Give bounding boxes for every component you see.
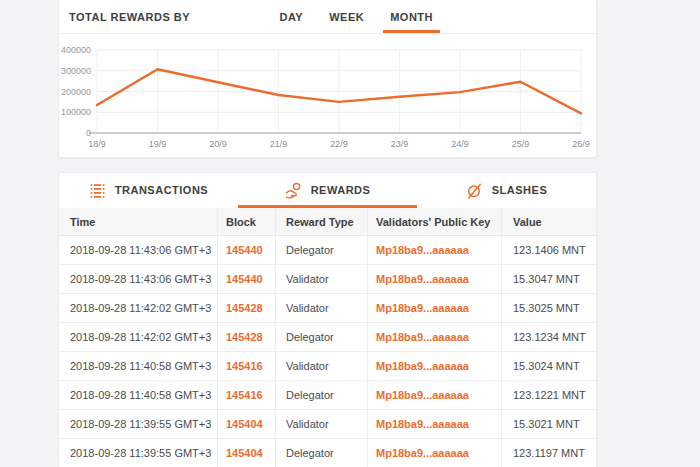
column-header-reward-type: Reward Type xyxy=(276,208,368,235)
chart-card-header: TOTAL REWARDS BY DAY WEEK MONTH xyxy=(59,0,596,34)
table-row: 2018-09-28 11:39:55 GMT+3 145404 Delegat… xyxy=(59,439,596,467)
table-header-row: Time Block Reward Type Validators' Publi… xyxy=(59,208,596,236)
cell-value: 15.3047 MNT xyxy=(502,265,596,293)
cell-reward-type: Validator xyxy=(276,410,368,438)
tab-rewards[interactable]: REWARDS xyxy=(238,173,417,208)
cell-reward-type: Delegator xyxy=(276,236,368,264)
svg-text:18/9: 18/9 xyxy=(88,139,106,149)
rewards-line-chart: 010000020000030000040000018/919/920/921/… xyxy=(59,34,596,158)
svg-text:0: 0 xyxy=(86,128,91,138)
cell-public-key-link[interactable]: Mp18ba9...aaaaaa xyxy=(376,244,469,256)
tab-label: SLASHES xyxy=(492,184,547,196)
cell-block-link[interactable]: 145440 xyxy=(226,244,263,256)
table-row: 2018-09-28 11:43:06 GMT+3 145440 Validat… xyxy=(59,265,596,294)
table-row: 2018-09-28 11:39:55 GMT+3 145404 Validat… xyxy=(59,410,596,439)
cell-block-link[interactable]: 145428 xyxy=(226,331,263,343)
svg-text:24/9: 24/9 xyxy=(451,139,469,149)
cell-public-key-link[interactable]: Mp18ba9...aaaaaa xyxy=(376,447,469,459)
cell-public-key-link[interactable]: Mp18ba9...aaaaaa xyxy=(376,331,469,343)
cell-reward-type: Delegator xyxy=(276,381,368,409)
cell-public-key-link[interactable]: Mp18ba9...aaaaaa xyxy=(376,418,469,430)
cell-time: 2018-09-28 11:40:58 GMT+3 xyxy=(59,381,218,409)
cell-block-link[interactable]: 145440 xyxy=(226,273,263,285)
transactions-icon xyxy=(89,182,106,199)
cell-reward-type: Validator xyxy=(276,294,368,322)
cell-public-key-link[interactable]: Mp18ba9...aaaaaa xyxy=(376,360,469,372)
table-row: 2018-09-28 11:42:02 GMT+3 145428 Delegat… xyxy=(59,323,596,352)
cell-reward-type: Validator xyxy=(276,352,368,380)
cell-block-link[interactable]: 145428 xyxy=(226,302,263,314)
tab-label: REWARDS xyxy=(311,184,371,196)
svg-text:26/9: 26/9 xyxy=(572,139,590,149)
table-row: 2018-09-28 11:43:06 GMT+3 145440 Delegat… xyxy=(59,236,596,265)
column-header-time: Time xyxy=(59,208,218,235)
svg-text:300000: 300000 xyxy=(61,66,91,76)
cell-time: 2018-09-28 11:39:55 GMT+3 xyxy=(59,439,218,467)
cell-public-key-link[interactable]: Mp18ba9...aaaaaa xyxy=(376,302,469,314)
cell-block-link[interactable]: 145416 xyxy=(226,389,263,401)
cell-value: 123.1234 MNT xyxy=(502,323,596,351)
svg-text:25/9: 25/9 xyxy=(512,139,530,149)
cell-value: 123.1197 MNT xyxy=(502,439,596,467)
cell-time: 2018-09-28 11:39:55 GMT+3 xyxy=(59,410,218,438)
rewards-icon xyxy=(285,182,302,199)
cell-reward-type: Delegator xyxy=(276,323,368,351)
cell-reward-type: Delegator xyxy=(276,439,368,467)
slashes-icon xyxy=(466,182,483,199)
table-row: 2018-09-28 11:40:58 GMT+3 145416 Validat… xyxy=(59,352,596,381)
cell-block-link[interactable]: 145404 xyxy=(226,418,263,430)
column-header-value: Value xyxy=(502,208,596,235)
column-header-public-key: Validators' Public Key xyxy=(368,208,502,235)
svg-text:22/9: 22/9 xyxy=(330,139,348,149)
svg-text:21/9: 21/9 xyxy=(270,139,288,149)
period-tabs: DAY WEEK MONTH xyxy=(266,0,446,33)
cell-value: 15.3025 MNT xyxy=(502,294,596,322)
svg-text:200000: 200000 xyxy=(61,87,91,97)
svg-text:23/9: 23/9 xyxy=(391,139,409,149)
chart-card-title: TOTAL REWARDS BY xyxy=(69,11,266,23)
cell-block-link[interactable]: 145416 xyxy=(226,360,263,372)
tab-month[interactable]: MONTH xyxy=(383,0,440,33)
cell-time: 2018-09-28 11:40:58 GMT+3 xyxy=(59,352,218,380)
cell-value: 123.1221 MNT xyxy=(502,381,596,409)
cell-reward-type: Validator xyxy=(276,265,368,293)
svg-text:100000: 100000 xyxy=(61,107,91,117)
tab-label: TRANSACTIONS xyxy=(115,184,208,196)
tab-transactions[interactable]: TRANSACTIONS xyxy=(59,173,238,208)
cell-value: 15.3021 MNT xyxy=(502,410,596,438)
cell-time: 2018-09-28 11:43:06 GMT+3 xyxy=(59,265,218,293)
table-row: 2018-09-28 11:42:02 GMT+3 145428 Validat… xyxy=(59,294,596,323)
cell-time: 2018-09-28 11:43:06 GMT+3 xyxy=(59,236,218,264)
table-row: 2018-09-28 11:40:58 GMT+3 145416 Delegat… xyxy=(59,381,596,410)
cell-public-key-link[interactable]: Mp18ba9...aaaaaa xyxy=(376,389,469,401)
page-content: TOTAL REWARDS BY DAY WEEK MONTH 01000002… xyxy=(58,0,597,467)
cell-time: 2018-09-28 11:42:02 GMT+3 xyxy=(59,323,218,351)
tab-week[interactable]: WEEK xyxy=(322,0,371,33)
activity-table-card: TRANSACTIONS REWARDS xyxy=(58,172,597,467)
rewards-table-body: 2018-09-28 11:43:06 GMT+3 145440 Delegat… xyxy=(59,236,596,467)
svg-text:19/9: 19/9 xyxy=(149,139,167,149)
svg-text:400000: 400000 xyxy=(61,45,91,55)
cell-time: 2018-09-28 11:42:02 GMT+3 xyxy=(59,294,218,322)
tab-slashes[interactable]: SLASHES xyxy=(417,173,596,208)
column-header-block: Block xyxy=(218,208,276,235)
cell-value: 15.3024 MNT xyxy=(502,352,596,380)
activity-tabs: TRANSACTIONS REWARDS xyxy=(59,173,596,208)
cell-value: 123.1406 MNT xyxy=(502,236,596,264)
total-rewards-card: TOTAL REWARDS BY DAY WEEK MONTH 01000002… xyxy=(58,0,597,158)
cell-public-key-link[interactable]: Mp18ba9...aaaaaa xyxy=(376,273,469,285)
rewards-dashboard-page: TOTAL REWARDS BY DAY WEEK MONTH 01000002… xyxy=(0,0,700,467)
tab-day[interactable]: DAY xyxy=(272,0,310,33)
svg-text:20/9: 20/9 xyxy=(209,139,227,149)
cell-block-link[interactable]: 145404 xyxy=(226,447,263,459)
